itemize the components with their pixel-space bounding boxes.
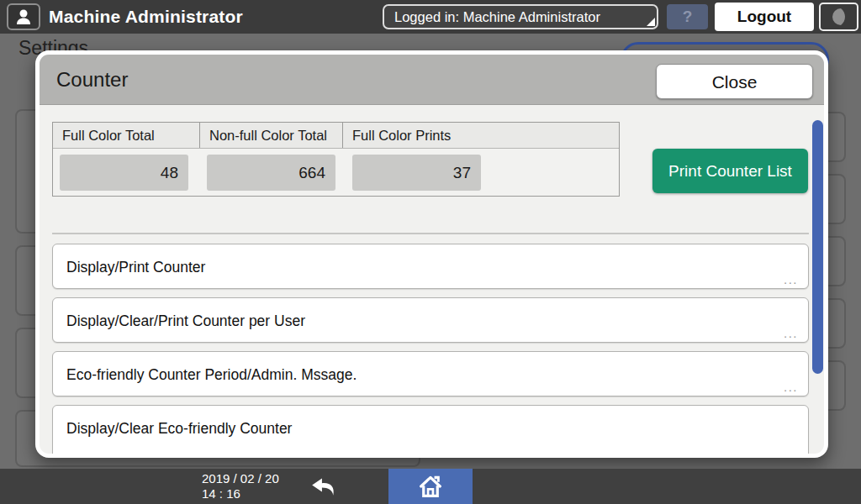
close-button[interactable]: Close [656, 64, 813, 99]
menu-item-display-clear-eco-friendly-counter[interactable]: Display/Clear Eco-friendly Counter [52, 405, 809, 458]
time-label: 14 : 16 [202, 486, 279, 501]
login-status-label: Logged in: Machine Administrator [394, 9, 600, 24]
dialog-title: Counter [56, 55, 128, 105]
menu-item-display-clear-print-counter-per-user[interactable]: Display/Clear/Print Counter per User ... [52, 297, 809, 343]
counter-table-header: Full Color Total Non-full Color Total Fu… [53, 123, 619, 148]
menu-item-label: Display/Clear/Print Counter per User [66, 298, 305, 344]
home-icon [416, 473, 445, 500]
logout-button[interactable]: Logout [715, 3, 814, 31]
non-full-color-total-value: 664 [207, 155, 335, 191]
divider [52, 233, 809, 234]
user-icon [13, 7, 34, 27]
menu-item-label: Display/Clear Eco-friendly Counter [66, 406, 292, 451]
menu-item-label: Display/Print Counter [66, 244, 205, 290]
date-label: 2019 / 02 / 20 [202, 471, 279, 486]
ellipsis-icon: ... [784, 326, 798, 340]
full-color-total-value: 48 [60, 155, 188, 191]
home-button[interactable] [388, 469, 473, 504]
column-header-full-color-total: Full Color Total [53, 123, 200, 148]
ellipsis-icon: ... [784, 380, 798, 394]
back-arrow-icon [309, 475, 336, 497]
top-bar: Machine Administrator Logged in: Machine… [0, 0, 861, 34]
print-counter-list-button[interactable]: Print Counter List [652, 149, 808, 193]
app-title: Machine Administrator [49, 0, 243, 34]
menu-item-eco-friendly-counter-period[interactable]: Eco-friendly Counter Period/Admin. Mssag… [52, 351, 809, 396]
counter-table: Full Color Total Non-full Color Total Fu… [52, 122, 620, 197]
menu-item-display-print-counter[interactable]: Display/Print Counter ... [52, 244, 809, 289]
moon-icon [829, 7, 849, 27]
column-header-non-full-color-total: Non-full Color Total [200, 123, 343, 148]
login-status-dropdown[interactable]: Logged in: Machine Administrator [383, 4, 658, 29]
bottom-bar: 2019 / 02 / 20 14 : 16 [0, 469, 861, 504]
sleep-mode-button[interactable] [819, 3, 858, 31]
full-color-prints-value: 37 [352, 155, 481, 191]
menu-item-label: Eco-friendly Counter Period/Admin. Mssag… [66, 352, 357, 397]
datetime-display: 2019 / 02 / 20 14 : 16 [202, 471, 279, 501]
counter-table-values: 48 664 37 [53, 148, 619, 196]
ellipsis-icon: ... [784, 272, 798, 286]
help-button[interactable]: ? [667, 4, 708, 29]
counter-dialog: Counter Close Full Color Total Non-full … [35, 50, 828, 458]
user-badge[interactable] [7, 3, 40, 30]
back-button[interactable] [303, 470, 343, 502]
dialog-scrollbar[interactable] [812, 120, 823, 374]
column-header-full-color-prints: Full Color Prints [343, 123, 619, 148]
dropdown-corner-icon [647, 18, 655, 26]
